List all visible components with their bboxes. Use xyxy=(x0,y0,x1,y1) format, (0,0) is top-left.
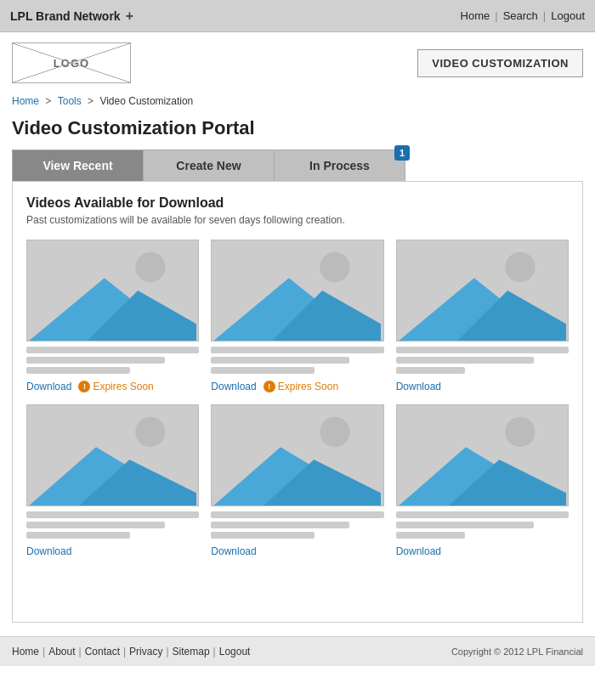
footer-sep: | xyxy=(79,646,82,658)
text-lines xyxy=(396,347,569,374)
footer-contact-link[interactable]: Contact xyxy=(85,646,120,658)
text-line xyxy=(211,511,383,518)
card-actions: Download ! Expires Soon xyxy=(211,381,383,392)
tab-badge: 1 xyxy=(394,145,410,161)
video-card: Download xyxy=(396,240,569,392)
text-line xyxy=(26,522,165,528)
video-thumbnail xyxy=(211,240,383,342)
footer-links: Home | About | Contact | Privacy | Sitem… xyxy=(12,646,250,658)
logo-bar: LOGO VIDEO CUSTOMIZATION xyxy=(0,32,595,93)
footer-about-link[interactable]: About xyxy=(48,646,75,658)
breadcrumb-home[interactable]: Home xyxy=(12,95,39,107)
svg-point-5 xyxy=(320,252,350,282)
expires-label: Expires Soon xyxy=(278,381,338,392)
svg-point-13 xyxy=(135,417,165,447)
breadcrumb: Home > Tools > Video Customization xyxy=(0,93,595,114)
video-card: Download xyxy=(26,404,199,557)
separator-1: | xyxy=(495,9,497,22)
footer-sep: | xyxy=(166,646,168,658)
text-line xyxy=(211,357,349,364)
svg-point-1 xyxy=(135,252,165,282)
video-thumbnail xyxy=(396,404,569,506)
expires-badge: ! Expires Soon xyxy=(264,381,338,392)
card-actions: Download xyxy=(211,545,383,557)
text-line xyxy=(396,522,535,528)
expires-label: Expires Soon xyxy=(93,381,153,392)
text-lines xyxy=(211,511,383,539)
video-card: Download ! Expires Soon xyxy=(211,240,383,392)
footer-home-link[interactable]: Home xyxy=(12,646,39,658)
text-lines xyxy=(26,511,199,539)
card-actions: Download xyxy=(396,545,569,557)
text-line xyxy=(26,511,199,518)
download-link[interactable]: Download xyxy=(396,545,441,557)
breadcrumb-sep-1: > xyxy=(45,95,54,107)
footer-sep: | xyxy=(42,646,45,658)
text-line xyxy=(211,367,314,374)
tab-create-new-label: Create New xyxy=(176,159,241,172)
footer-sep: | xyxy=(213,646,216,658)
nav-search-link[interactable]: Search xyxy=(503,9,538,22)
text-line xyxy=(396,367,465,374)
content-area: Videos Available for Download Past custo… xyxy=(12,181,583,623)
text-line xyxy=(26,347,199,353)
card-actions: Download xyxy=(26,545,199,557)
download-link[interactable]: Download xyxy=(211,381,256,392)
video-thumbnail xyxy=(26,240,199,342)
text-line xyxy=(26,367,130,374)
nav-logout-link[interactable]: Logout xyxy=(551,9,585,22)
download-link[interactable]: Download xyxy=(26,545,71,557)
section-subtitle: Past customizations will be available fo… xyxy=(26,214,569,226)
footer-logout-link[interactable]: Logout xyxy=(219,646,251,658)
text-lines xyxy=(211,347,383,374)
text-line xyxy=(211,532,314,539)
text-line xyxy=(396,511,569,518)
footer-privacy-link[interactable]: Privacy xyxy=(129,646,162,658)
text-line xyxy=(396,357,535,364)
video-card: Download xyxy=(211,404,383,557)
add-icon[interactable]: + xyxy=(126,8,133,24)
top-nav-links: Home | Search | Logout xyxy=(461,9,585,22)
footer-copyright: Copyright © 2012 LPL Financial xyxy=(451,646,583,657)
text-line xyxy=(26,532,130,539)
tab-view-recent-label: View Recent xyxy=(42,159,112,172)
logo-box: LOGO xyxy=(12,42,131,83)
text-line xyxy=(26,357,165,364)
footer-sitemap-link[interactable]: Sitemap xyxy=(173,646,210,658)
breadcrumb-tools[interactable]: Tools xyxy=(58,95,82,107)
text-line xyxy=(211,347,383,353)
tab-create-new[interactable]: Create New xyxy=(143,150,275,181)
nav-home-link[interactable]: Home xyxy=(461,9,490,22)
logo-lines xyxy=(13,43,130,82)
brand-area: LPL Brand Network + xyxy=(10,8,133,24)
tab-in-process[interactable]: In Process 1 xyxy=(274,150,405,181)
tab-view-recent[interactable]: View Recent xyxy=(12,150,144,181)
brand-name: LPL Brand Network xyxy=(10,9,121,23)
text-line xyxy=(211,522,349,528)
tab-in-process-label: In Process xyxy=(309,159,370,172)
video-card: Download xyxy=(396,404,569,557)
card-actions: Download xyxy=(396,381,569,392)
download-link[interactable]: Download xyxy=(211,545,256,557)
section-title: Videos Available for Download xyxy=(26,195,569,211)
breadcrumb-sep-2: > xyxy=(88,95,96,107)
page-title: Video Customization Portal xyxy=(0,114,595,150)
video-grid: Download ! Expires Soon xyxy=(26,240,569,557)
footer-sep: | xyxy=(123,646,126,658)
video-customization-button[interactable]: VIDEO CUSTOMIZATION xyxy=(417,49,583,77)
text-lines xyxy=(26,347,199,374)
expires-icon: ! xyxy=(78,381,90,392)
video-thumbnail xyxy=(26,404,199,506)
video-thumbnail xyxy=(396,240,569,342)
tabs-wrapper: View Recent Create New In Process 1 xyxy=(0,150,595,181)
download-link[interactable]: Download xyxy=(396,381,441,392)
card-actions: Download ! Expires Soon xyxy=(26,381,199,392)
text-line xyxy=(396,532,465,539)
video-thumbnail xyxy=(211,404,383,506)
expires-icon: ! xyxy=(264,381,275,392)
top-navigation: LPL Brand Network + Home | Search | Logo… xyxy=(0,0,595,32)
separator-2: | xyxy=(543,9,546,22)
text-lines xyxy=(396,511,569,539)
download-link[interactable]: Download xyxy=(26,381,71,392)
footer: Home | About | Contact | Privacy | Sitem… xyxy=(0,636,595,666)
